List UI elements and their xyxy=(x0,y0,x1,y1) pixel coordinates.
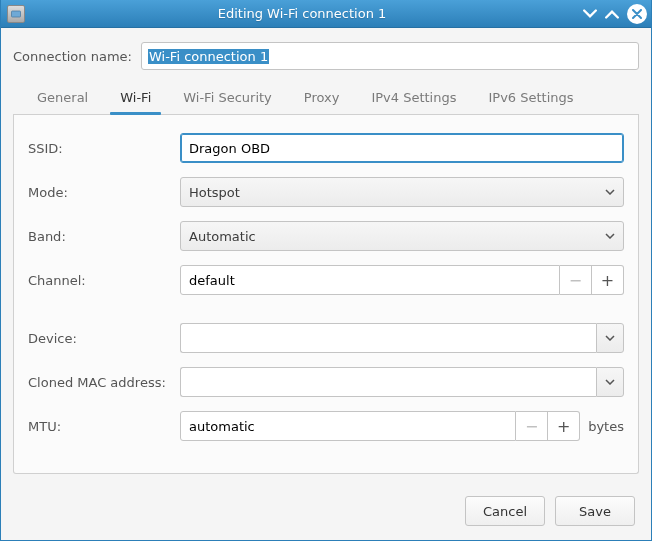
mtu-suffix: bytes xyxy=(588,419,624,434)
device-combo xyxy=(180,323,624,353)
plus-icon: + xyxy=(601,271,614,290)
ssid-row: SSID: xyxy=(28,133,624,163)
maximize-button[interactable] xyxy=(601,3,623,25)
cloned-mac-combo xyxy=(180,367,624,397)
channel-row: Channel: − + xyxy=(28,265,624,295)
titlebar: Editing Wi-Fi connection 1 xyxy=(1,0,651,28)
close-button[interactable] xyxy=(627,4,647,24)
dialog-footer: Cancel Save xyxy=(1,484,651,540)
caret-down-icon xyxy=(605,233,615,239)
device-input[interactable] xyxy=(180,323,596,353)
mtu-decrement[interactable]: − xyxy=(516,411,548,441)
dialog-body: Connection name: Wi-Fi connection 1 Gene… xyxy=(1,28,651,484)
ssid-input[interactable] xyxy=(180,133,624,163)
band-row: Band: Automatic xyxy=(28,221,624,251)
tab-ipv4[interactable]: IPv4 Settings xyxy=(355,82,472,114)
cancel-button[interactable]: Cancel xyxy=(465,496,545,526)
tab-wifi-security[interactable]: Wi-Fi Security xyxy=(167,82,288,114)
cloned-mac-label: Cloned MAC address: xyxy=(28,375,180,390)
channel-label: Channel: xyxy=(28,273,180,288)
chevron-down-icon xyxy=(583,7,597,21)
cloned-mac-dropdown-button[interactable] xyxy=(596,367,624,397)
caret-down-icon xyxy=(605,189,615,195)
channel-input[interactable] xyxy=(180,265,560,295)
connection-name-value: Wi-Fi connection 1 xyxy=(148,49,269,64)
band-value: Automatic xyxy=(189,229,256,244)
ssid-label: SSID: xyxy=(28,141,180,156)
mode-label: Mode: xyxy=(28,185,180,200)
connection-name-label: Connection name: xyxy=(13,49,141,64)
chevron-up-icon xyxy=(605,7,619,21)
channel-decrement[interactable]: − xyxy=(560,265,592,295)
connection-name-input[interactable]: Wi-Fi connection 1 xyxy=(141,42,639,70)
window-title: Editing Wi-Fi connection 1 xyxy=(25,6,579,21)
device-row: Device: xyxy=(28,323,624,353)
tab-general[interactable]: General xyxy=(21,82,104,114)
save-button[interactable]: Save xyxy=(555,496,635,526)
mode-select[interactable]: Hotspot xyxy=(180,177,624,207)
device-dropdown-button[interactable] xyxy=(596,323,624,353)
mtu-row: MTU: − + bytes xyxy=(28,411,624,441)
mtu-spin: − + xyxy=(180,411,580,441)
mtu-label: MTU: xyxy=(28,419,180,434)
mode-value: Hotspot xyxy=(189,185,240,200)
close-icon xyxy=(632,9,642,19)
band-select[interactable]: Automatic xyxy=(180,221,624,251)
plus-icon: + xyxy=(557,417,570,436)
mtu-increment[interactable]: + xyxy=(548,411,580,441)
channel-increment[interactable]: + xyxy=(592,265,624,295)
tab-bar: General Wi-Fi Wi-Fi Security Proxy IPv4 … xyxy=(13,82,639,115)
device-label: Device: xyxy=(28,331,180,346)
mtu-input[interactable] xyxy=(180,411,516,441)
wifi-tab-content: SSID: Mode: Hotspot Band: Automatic xyxy=(13,115,639,474)
shade-button[interactable] xyxy=(579,3,601,25)
band-label: Band: xyxy=(28,229,180,244)
minus-icon: − xyxy=(569,271,582,290)
connection-name-row: Connection name: Wi-Fi connection 1 xyxy=(13,42,639,70)
app-icon xyxy=(7,5,25,23)
caret-down-icon xyxy=(605,379,615,385)
tab-ipv6[interactable]: IPv6 Settings xyxy=(473,82,590,114)
channel-spin: − + xyxy=(180,265,624,295)
tab-wifi[interactable]: Wi-Fi xyxy=(104,82,167,114)
cloned-mac-row: Cloned MAC address: xyxy=(28,367,624,397)
caret-down-icon xyxy=(605,335,615,341)
window: Editing Wi-Fi connection 1 Connection na… xyxy=(0,0,652,541)
mode-row: Mode: Hotspot xyxy=(28,177,624,207)
minus-icon: − xyxy=(525,417,538,436)
svg-rect-0 xyxy=(12,11,21,17)
tab-proxy[interactable]: Proxy xyxy=(288,82,356,114)
cloned-mac-input[interactable] xyxy=(180,367,596,397)
